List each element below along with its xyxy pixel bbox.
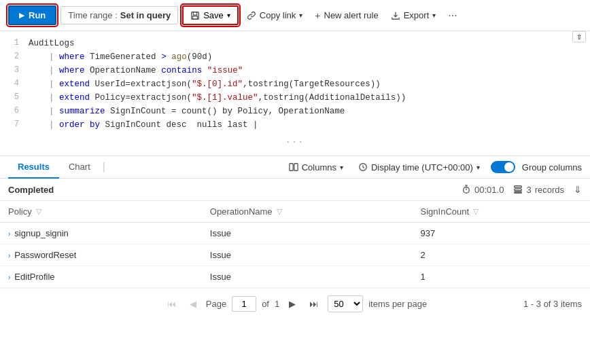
- cell-operation-1: Issue: [202, 244, 413, 266]
- records-count: 3: [526, 185, 531, 195]
- status-completed: Completed: [8, 185, 54, 195]
- cell-operation-0: Issue: [202, 223, 413, 244]
- items-info: 1 - 3 of 3 items: [523, 299, 582, 309]
- policy-filter-icon[interactable]: ▽: [36, 207, 41, 216]
- copy-link-label: Copy link: [260, 10, 296, 20]
- display-time-label: Display time (UTC+00:00): [371, 162, 473, 172]
- columns-label: Columns: [302, 162, 336, 172]
- clock-icon: [358, 162, 368, 172]
- editor-line-6: 6 | summarize SignInCount = count() by P…: [0, 105, 590, 118]
- cell-count-0: 937: [413, 223, 590, 244]
- display-time-chevron-icon: ▾: [476, 164, 480, 171]
- tab-chart[interactable]: Chart: [59, 156, 100, 179]
- page-label: Page: [206, 299, 226, 309]
- tab-separator: |: [103, 161, 105, 173]
- editor-ellipsis: ...: [0, 132, 590, 150]
- table-row: ›PasswordReset Issue 2: [0, 244, 590, 266]
- col-policy-label: Policy: [8, 206, 32, 217]
- elapsed-time: 00:01.0: [474, 185, 504, 195]
- tab-results[interactable]: Results: [8, 156, 59, 179]
- operation-filter-icon[interactable]: ▽: [277, 207, 282, 216]
- save-button[interactable]: Save ▾: [182, 5, 239, 25]
- link-icon: [247, 11, 256, 20]
- next-page-button[interactable]: ▶: [285, 297, 300, 311]
- display-time-button[interactable]: Display time (UTC+00:00) ▾: [354, 160, 484, 175]
- cell-operation-2: Issue: [202, 266, 413, 288]
- cell-policy-2: ›EditProfile: [0, 266, 202, 288]
- copy-link-button[interactable]: Copy link ▾: [243, 7, 307, 24]
- last-page-button[interactable]: ⏭: [305, 297, 322, 311]
- run-icon: ▶: [19, 12, 24, 19]
- row-expand-1[interactable]: ›: [8, 252, 10, 259]
- columns-icon: [289, 162, 298, 172]
- expand-button[interactable]: ⇓: [574, 184, 582, 195]
- table-row: ›EditProfile Issue 1: [0, 266, 590, 288]
- group-columns-label: Group columns: [522, 162, 582, 172]
- row-expand-0[interactable]: ›: [8, 230, 10, 238]
- columns-button[interactable]: Columns ▾: [285, 160, 347, 175]
- status-right: 00:01.0 3 records ⇓: [462, 184, 582, 195]
- export-label: Export: [404, 10, 430, 20]
- time-range-button[interactable]: Time range : Set in query: [60, 6, 178, 24]
- cell-count-1: 2: [413, 244, 590, 266]
- cell-count-2: 1: [413, 266, 590, 288]
- col-operation-label: OperationName: [210, 206, 273, 217]
- table-container: Policy ▽ OperationName ▽ SignInCount ▽: [0, 201, 590, 288]
- col-header-signcount: SignInCount ▽: [413, 201, 590, 223]
- more-options-button[interactable]: ···: [444, 6, 461, 25]
- editor-line-3: 3 | where OperationName contains "issue": [0, 64, 590, 77]
- cell-policy-0: ›signup_signin: [0, 223, 202, 244]
- tabs-right-controls: Columns ▾ Display time (UTC+00:00) ▾ Gro…: [285, 160, 582, 175]
- toolbar: ▶ Run Time range : Set in query Save ▾ C…: [0, 0, 590, 31]
- new-alert-button[interactable]: + New alert rule: [311, 7, 382, 24]
- time-range-value: Set in query: [120, 10, 171, 20]
- svg-rect-4: [294, 164, 298, 171]
- status-records: 3 records: [513, 185, 564, 195]
- editor-line-4: 4 | extend UserId=extractjson("$.[0].id"…: [0, 77, 590, 91]
- timer-icon: [462, 185, 471, 194]
- editor-line-2: 2 | where TimeGenerated > ago(90d): [0, 50, 590, 64]
- export-icon: [391, 11, 400, 20]
- save-chevron-icon: ▾: [227, 12, 230, 19]
- status-bar: Completed 00:01.0 3 records ⇓: [0, 179, 590, 201]
- table-header-row: Policy ▽ OperationName ▽ SignInCount ▽: [0, 201, 590, 223]
- prev-page-button[interactable]: ◀: [186, 297, 201, 311]
- row-expand-2[interactable]: ›: [8, 274, 10, 281]
- copy-link-chevron-icon: ▾: [299, 12, 302, 19]
- col-signcount-label: SignInCount: [421, 206, 470, 217]
- svg-rect-9: [515, 192, 522, 194]
- save-label: Save: [203, 10, 224, 20]
- page-input[interactable]: [232, 296, 256, 312]
- results-tabs-bar: Results Chart | Columns ▾ Display time (…: [0, 156, 590, 179]
- cell-policy-1: ›PasswordReset: [0, 244, 202, 266]
- status-time: 00:01.0: [462, 185, 504, 195]
- editor-line-5: 5 | extend Policy=extractjson("$.[1].val…: [0, 91, 590, 105]
- run-button[interactable]: ▶ Run: [8, 5, 56, 25]
- collapse-editor-button[interactable]: ⇧: [572, 31, 586, 43]
- first-page-button[interactable]: ⏮: [163, 297, 180, 311]
- page-size-select[interactable]: 50 100 200: [328, 295, 363, 312]
- records-icon: [513, 185, 523, 194]
- group-columns-control: Group columns: [491, 161, 582, 173]
- records-label: records: [535, 185, 564, 195]
- query-editor[interactable]: ⇧ 1 AuditLogs 2 | where TimeGenerated > …: [0, 31, 590, 156]
- table-body: ›signup_signin Issue 937 ›PasswordReset …: [0, 223, 590, 288]
- pagination-bar: ⏮ ◀ Page of 1 ▶ ⏭ 50 100 200 items per p…: [0, 288, 590, 319]
- editor-line-7: 7 | order by SignInCount desc nulls last…: [0, 118, 590, 132]
- signcount-filter-icon[interactable]: ▽: [473, 207, 479, 216]
- svg-rect-2: [193, 16, 198, 18]
- columns-chevron-icon: ▾: [340, 164, 343, 171]
- export-button[interactable]: Export ▾: [387, 7, 440, 24]
- export-chevron-icon: ▾: [432, 12, 436, 19]
- new-alert-label: New alert rule: [324, 10, 379, 20]
- of-label: of: [262, 299, 269, 309]
- col-header-policy: Policy ▽: [0, 201, 202, 223]
- svg-rect-1: [194, 12, 197, 14]
- run-label: Run: [29, 10, 46, 20]
- svg-rect-3: [290, 164, 293, 171]
- items-per-page-label: items per page: [368, 299, 427, 309]
- col-header-operation: OperationName ▽: [202, 201, 413, 223]
- group-columns-toggle[interactable]: [491, 161, 515, 173]
- editor-line-1: 1 AuditLogs: [0, 37, 590, 50]
- chevron-up-icon: ⇧: [576, 33, 582, 41]
